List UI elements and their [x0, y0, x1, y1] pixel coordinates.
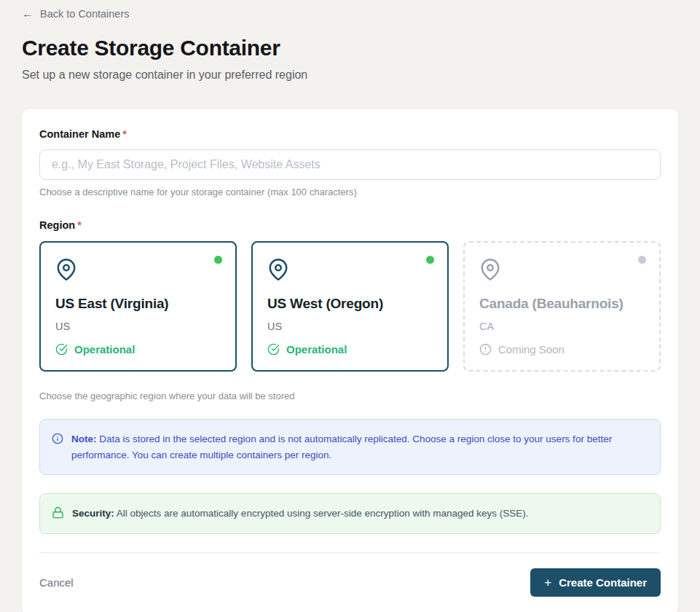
region-code: US: [267, 321, 433, 332]
region-status-label: Operational: [74, 343, 135, 356]
note-callout: Note: Data is stored in the selected reg…: [39, 419, 661, 475]
create-container-button[interactable]: + Create Container: [530, 568, 661, 597]
page-title: Create Storage Container: [22, 36, 678, 60]
map-pin-icon: [55, 259, 77, 280]
check-circle-icon: [267, 343, 280, 356]
form-footer: Cancel + Create Container: [39, 568, 661, 597]
region-code: CA: [479, 321, 645, 332]
region-card-canada: Canada (Beauharnois) CA Coming Soon: [463, 241, 661, 372]
map-pin-icon: [479, 259, 501, 280]
lock-icon: [52, 506, 64, 519]
note-text: Note: Data is stored in the selected reg…: [71, 431, 648, 463]
region-name: US East (Virginia): [55, 296, 221, 312]
check-circle-icon: [55, 343, 68, 356]
container-name-input[interactable]: [39, 149, 661, 180]
alert-circle-icon: [479, 343, 492, 356]
region-name: Canada (Beauharnois): [479, 296, 645, 312]
back-link-label: Back to Containers: [40, 8, 130, 20]
region-card-us-west[interactable]: US West (Oregon) US Operational: [251, 241, 449, 372]
region-card-us-east[interactable]: US East (Virginia) US Operational: [39, 241, 237, 372]
container-name-label: Container Name*: [39, 128, 661, 140]
plus-icon: +: [544, 576, 551, 589]
region-options: US East (Virginia) US Operational US Wes…: [39, 241, 661, 372]
region-status: Coming Soon: [479, 343, 645, 356]
region-code: US: [55, 321, 221, 332]
region-status-label: Coming Soon: [498, 343, 565, 356]
region-status-label: Operational: [286, 343, 347, 356]
required-asterisk: *: [122, 128, 127, 140]
back-arrow-icon: ←: [22, 8, 34, 20]
region-status: Operational: [55, 343, 221, 356]
region-name: US West (Oregon): [267, 296, 433, 312]
required-asterisk: *: [77, 219, 82, 231]
note-label: Note:: [71, 434, 97, 444]
security-callout: Security: All objects are automatically …: [39, 493, 661, 534]
region-status: Operational: [267, 343, 433, 356]
info-icon: [52, 433, 63, 444]
availability-dot: [638, 256, 646, 264]
back-to-containers-link[interactable]: ← Back to Containers: [22, 8, 130, 20]
create-container-page: ← Back to Containers Create Storage Cont…: [0, 0, 700, 612]
cancel-button[interactable]: Cancel: [39, 570, 74, 595]
availability-dot: [214, 256, 222, 264]
map-pin-icon: [267, 259, 289, 280]
region-label: Region*: [39, 219, 661, 231]
container-name-helper: Choose a descriptive name for your stora…: [39, 187, 661, 197]
availability-dot: [426, 256, 434, 264]
region-helper: Choose the geographic region where your …: [39, 391, 661, 401]
create-container-card: Container Name* Choose a descriptive nam…: [22, 109, 678, 612]
security-text: Security: All objects are automatically …: [72, 506, 529, 522]
security-label: Security:: [72, 508, 114, 519]
footer-divider: [39, 552, 661, 553]
page-subtitle: Set up a new storage container in your p…: [22, 68, 678, 82]
create-container-button-label: Create Container: [559, 576, 647, 589]
